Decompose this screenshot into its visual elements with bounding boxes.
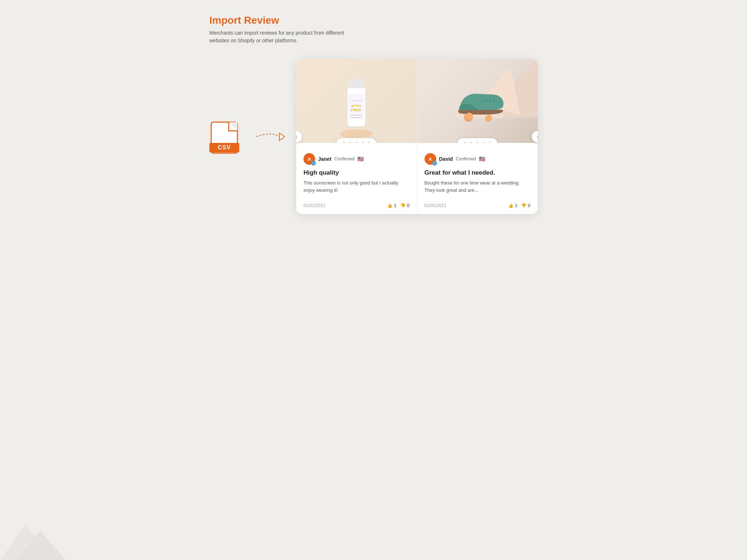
svg-point-16 — [482, 100, 484, 102]
thumbs-down-btn-2[interactable]: 👎 0 — [521, 203, 530, 208]
avatar-2: A ✓ — [425, 153, 436, 165]
review-text-1: This sunscreen is not only good but I ac… — [303, 179, 410, 194]
star-1-1: ★ — [341, 140, 347, 143]
review-card-1: completely bare go fuzz FREE Facial Mois… — [296, 59, 417, 214]
thumbs-up-icon-1: 👍 — [387, 203, 392, 208]
page-subtitle: Merchants can import reviews for any pro… — [209, 29, 348, 44]
page-wrapper: Import Review Merchants can import revie… — [209, 15, 538, 214]
product-image-shoe — [417, 59, 538, 143]
rating-badge-1: ★ ★ ★ ★ ★ — [336, 138, 376, 143]
card-body-2: A ✓ David Confirmed 🇺🇸 Great for what I … — [417, 143, 538, 214]
svg-point-18 — [489, 100, 491, 101]
svg-point-17 — [486, 100, 487, 101]
thumbs-down-count-1: 0 — [407, 203, 410, 208]
cards-container: ‹ › — [296, 59, 538, 214]
avatar-check-1: ✓ — [311, 161, 316, 166]
card-body-1: A ✓ Janet Confirmed 🇺🇸 High quality This… — [296, 143, 417, 214]
thumbs-down-count-2: 0 — [528, 203, 530, 208]
svg-rect-7 — [349, 79, 364, 88]
star-2-5: ★ — [487, 140, 492, 143]
flag-2: 🇺🇸 — [479, 156, 485, 162]
svg-text:FREE: FREE — [351, 108, 362, 112]
thumbs-down-icon-1: 👎 — [400, 203, 406, 208]
svg-point-21 — [466, 113, 473, 120]
svg-text:go fuzz: go fuzz — [352, 104, 361, 107]
review-card-2: ★ ★ ★ ★ ★ A ✓ David Confirmed — [417, 59, 538, 214]
thumbs-down-icon-2: 👎 — [521, 203, 526, 208]
connector-area — [255, 128, 287, 146]
card-footer-1: 01/01/2021 👍 1 👎 0 — [303, 199, 410, 208]
csv-icon-wrapper: CSV — [209, 117, 242, 157]
rating-badge-2: ★ ★ ★ ★ ★ — [457, 138, 498, 143]
reviewer-row-1: A ✓ Janet Confirmed 🇺🇸 — [303, 153, 410, 165]
star-2-3: ★ — [475, 140, 480, 143]
card-footer-2: 01/01/2021 👍 1 👎 0 — [425, 199, 531, 208]
card-image-2: ★ ★ ★ ★ ★ — [417, 59, 538, 143]
svg-text:completely bare: completely bare — [351, 100, 363, 101]
vote-buttons-2: 👍 1 👎 0 — [508, 203, 530, 208]
svg-marker-4 — [279, 133, 285, 140]
review-title-1: High quality — [303, 169, 410, 176]
content-area: CSV ‹ › — [209, 59, 538, 214]
star-1-3: ★ — [354, 140, 359, 143]
svg-text:CSV: CSV — [218, 144, 231, 151]
star-2-1: ★ — [462, 140, 468, 143]
thumbs-down-btn-1[interactable]: 👎 0 — [400, 203, 410, 208]
avatar-initial-2: A — [429, 156, 432, 162]
thumbs-up-icon-2: 👍 — [508, 203, 514, 208]
star-1-4: ★ — [360, 140, 365, 143]
vote-buttons-1: 👍 1 👎 0 — [387, 203, 409, 208]
shoe-svg — [448, 75, 507, 127]
svg-point-19 — [493, 100, 495, 102]
svg-point-5 — [340, 129, 373, 137]
mountain-decoration — [0, 505, 73, 560]
flag-1: 🇺🇸 — [357, 156, 364, 162]
thumbs-up-btn-1[interactable]: 👍 1 — [387, 203, 396, 208]
svg-text:Facial Moisturizer: Facial Moisturizer — [351, 114, 363, 116]
reviewer-name-1: Janet — [318, 156, 332, 162]
thumbs-up-btn-2[interactable]: 👍 1 — [508, 203, 518, 208]
svg-point-23 — [486, 115, 492, 121]
star-1-5: ★ — [366, 140, 371, 143]
review-date-1: 01/01/2021 — [303, 203, 325, 208]
product-image-skincare: completely bare go fuzz FREE Facial Mois… — [296, 59, 417, 143]
card-image-1: completely bare go fuzz FREE Facial Mois… — [296, 59, 417, 143]
svg-text:& Hair Inhibitor: & Hair Inhibitor — [352, 117, 361, 118]
thumbs-up-count-2: 1 — [515, 203, 518, 208]
review-date-2: 01/01/2021 — [425, 203, 446, 208]
star-2-4: ★ — [481, 140, 486, 143]
avatar-1: A ✓ — [303, 153, 315, 165]
review-title-2: Great for what I needed. — [425, 169, 531, 176]
avatar-initial-1: A — [307, 156, 311, 162]
confirmed-badge-2: Confirmed — [456, 156, 476, 162]
review-text-2: Bought these for one time wear at a wedd… — [425, 179, 531, 194]
star-1-2: ★ — [348, 140, 353, 143]
thumbs-up-count-1: 1 — [394, 203, 396, 208]
reviewer-name-2: David — [439, 156, 453, 162]
page-title: Import Review — [209, 15, 538, 26]
skincare-tube-svg: completely bare go fuzz FREE Facial Mois… — [334, 65, 378, 137]
arrow-connector-svg — [255, 128, 287, 146]
reviewer-row-2: A ✓ David Confirmed 🇺🇸 — [425, 153, 531, 165]
csv-file-icon: CSV — [209, 117, 242, 157]
avatar-check-2: ✓ — [432, 161, 437, 166]
confirmed-badge-1: Confirmed — [334, 156, 355, 162]
star-2-2: ★ — [469, 140, 474, 143]
